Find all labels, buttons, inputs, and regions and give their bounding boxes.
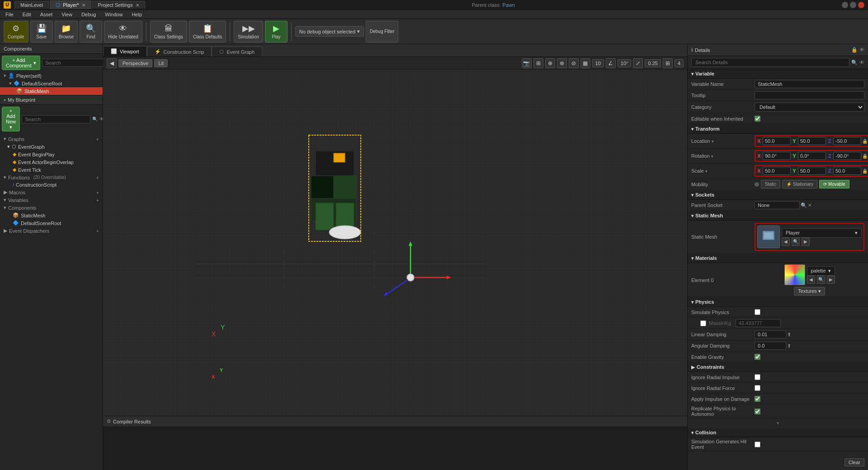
enable-gravity-checkbox[interactable] [755,354,760,360]
default-scene-root-comp-item[interactable]: 🔷 DefaultSceneRoot [0,219,103,227]
graphs-section[interactable]: ▾ Graphs + [0,135,103,143]
construction-script-item[interactable]: / ConstructionScript [0,181,103,188]
add-component-button[interactable]: + Add Component ▾ [2,56,40,70]
static-mesh-section-header[interactable]: ▾ Static Mesh [688,211,868,221]
minimize-btn[interactable] [842,2,848,8]
material-nav-back[interactable]: ◀ [807,276,815,284]
functions-add-icon[interactable]: + [96,175,99,180]
player-close-icon[interactable]: ✕ [82,3,85,8]
menu-file[interactable]: File [4,11,15,18]
mobility-stationary-button[interactable]: ⚡ Stationary [782,180,817,188]
scale-lock-icon[interactable]: 🔒 [862,169,868,174]
close-btn[interactable] [858,2,864,8]
vp-resize-icon[interactable]: ⊞ [663,58,673,68]
simulate-physics-checkbox[interactable] [755,309,760,315]
rotation-x-input[interactable] [763,152,791,160]
mobility-static-dot[interactable] [755,182,759,187]
event-graph-item[interactable]: ▾ ⬡ EventGraph [0,143,103,150]
find-button[interactable]: 🔍 Find [80,21,102,42]
materials-section-header[interactable]: ▾ Materials [688,254,868,263]
graphs-add-icon[interactable]: + [96,136,99,142]
ignore-radial-force-checkbox[interactable] [755,385,760,391]
vp-value-2[interactable]: 10° [618,59,632,67]
apply-impulse-checkbox[interactable] [755,396,760,402]
vp-value-4[interactable]: 4 [675,59,684,67]
lit-button[interactable]: Lit [154,59,168,67]
constraints-section-header[interactable]: ▶ Constraints [688,362,868,372]
viewport-canvas[interactable]: X Y X Y [103,70,687,416]
functions-section[interactable]: ▾ Functions (20 Overridable) + [0,174,103,181]
rotation-lock-icon[interactable]: 🔒 [862,154,868,159]
static-mesh-comp-item[interactable]: 📦 StaticMesh [0,212,103,219]
vp-grid-icon[interactable]: ⊞ [533,58,543,68]
vp-move-icon[interactable]: ⤢ [633,58,643,68]
play-button[interactable]: ▶ Play [265,21,288,42]
mobility-static-button[interactable]: Static [761,180,780,188]
vp-camera-icon[interactable]: 📷 [522,58,532,68]
sim-generates-hit-checkbox[interactable] [755,442,760,447]
replicate-physics-checkbox[interactable] [755,409,760,414]
textures-button[interactable]: Textures ▾ [794,287,825,296]
static-mesh-search-btn[interactable]: 🔍 [792,238,800,246]
vp-surface-icon[interactable]: ⊘ [569,58,579,68]
ignore-radial-impulse-checkbox[interactable] [755,374,760,380]
tooltip-input[interactable] [755,91,864,99]
static-mesh-use-btn[interactable]: ▶ [802,238,810,246]
vp-value-3[interactable]: 0.25 [645,59,660,67]
class-settings-button[interactable]: 🏛 Class Settings [150,21,187,42]
event-actor-overlap-item[interactable]: ◆ Event ActorBeginOverlap [0,158,103,166]
vp-nav-back[interactable]: ◀ [107,58,117,68]
menu-debug[interactable]: Debug [80,11,98,18]
event-tick-item[interactable]: ◆ Event Tick [0,166,103,174]
tree-item-static-mesh[interactable]: 📦 StaticMesh [0,87,103,95]
hide-unrelated-button[interactable]: 👁 Hide Unrelated [104,21,142,42]
menu-window[interactable]: Window [103,11,124,18]
linear-damping-spin-icon[interactable]: ⬆ [787,332,791,338]
scale-y-input[interactable] [798,167,826,175]
location-z-input[interactable] [833,137,861,145]
clear-button[interactable]: Clear [844,458,864,466]
tab-mainlevel[interactable]: MainLevel [14,1,49,9]
mobility-movable-button[interactable]: ⟳ Movable [819,180,849,188]
transform-section-header[interactable]: ▾ Transform [688,124,868,134]
variables-add-icon[interactable]: + [96,197,99,203]
menu-help[interactable]: Help [130,11,144,18]
blueprint-search-input[interactable] [22,115,90,123]
collision-section-header[interactable]: ▾ Collision [688,428,868,437]
vp-grid2-icon[interactable]: ▦ [580,58,590,68]
vp-snap-icon[interactable]: ⊕ [545,58,555,68]
lock-icon[interactable]: 🔒 [851,47,858,53]
browse-button[interactable]: 📁 Browse [55,21,78,42]
rotation-z-input[interactable] [833,152,861,160]
eye-icon[interactable]: 👁 [859,47,864,53]
scale-z-input[interactable] [833,167,861,175]
tab-player[interactable]: ⬡ Player* ✕ [50,0,91,9]
tab-event-graph[interactable]: ⬡ Event Graph [212,47,262,56]
angular-damping-spin-icon[interactable]: ⬆ [787,343,791,349]
tab-construction-script[interactable]: ⚡ Construction Scrip [147,47,212,56]
debug-filter-button[interactable]: Debug Filter [366,21,398,42]
variable-name-input[interactable] [755,80,864,88]
static-mesh-dropdown[interactable]: Player ▾ [782,228,862,238]
debug-object-selector[interactable]: No debug object selected ▾ [295,26,364,37]
details-search-input[interactable] [691,58,849,67]
massinkg-checkbox[interactable] [700,320,706,326]
rotation-y-input[interactable] [798,152,826,160]
parent-socket-search-icon[interactable]: 🔍 [801,202,807,208]
simulation-button[interactable]: ▶▶ Simulation [234,21,263,42]
static-mesh-nav-back[interactable]: ◀ [782,238,790,246]
angular-damping-input[interactable] [755,342,786,350]
linear-damping-input[interactable] [755,330,786,338]
macros-add-icon[interactable]: + [96,190,99,195]
massinkg-input[interactable] [736,319,781,327]
physics-section-header[interactable]: ▾ Physics [688,297,868,307]
tab-viewport[interactable]: ⬜ Viewport [103,46,147,56]
save-button[interactable]: 💾 Save [30,21,53,42]
sockets-section-header[interactable]: ▾ Sockets [688,190,868,200]
class-defaults-button[interactable]: 📋 Class Defaults [189,21,226,42]
event-begin-play-item[interactable]: ◆ Event BeginPlay [0,150,103,158]
event-dispatchers-add-icon[interactable]: + [96,228,99,234]
components-bp-section[interactable]: ▾ Components [0,204,103,212]
macros-section[interactable]: ▶ Macros + [0,188,103,196]
tab-project-settings[interactable]: Project Settings ✕ [92,1,145,9]
